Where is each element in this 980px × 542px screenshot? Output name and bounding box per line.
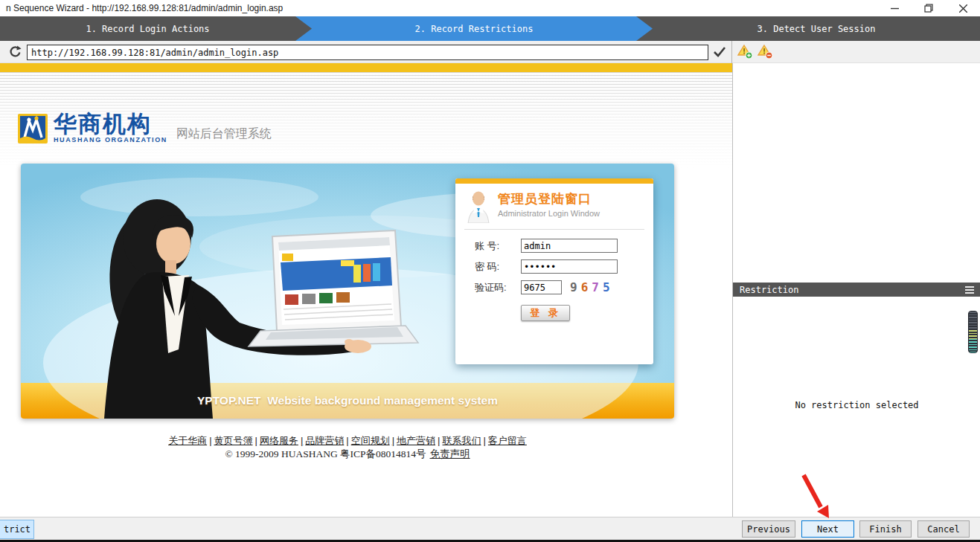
cancel-button[interactable]: Cancel xyxy=(917,520,970,538)
administrator-avatar-icon xyxy=(466,190,491,223)
captcha-digit: 7 xyxy=(592,280,603,294)
close-icon xyxy=(959,4,967,13)
refresh-icon[interactable] xyxy=(8,45,22,59)
logo-en: HUASHANG ORGANZATION xyxy=(54,137,167,143)
step-detect-user-session[interactable]: 3. Detect User Session xyxy=(653,16,980,41)
login-button[interactable]: 登 录 xyxy=(521,305,570,321)
banner-footer-text: YPTOP.NET Website background management … xyxy=(21,383,674,419)
step-label: 1. Record Login Actions xyxy=(86,24,209,34)
step-label: 3. Detect User Session xyxy=(758,24,876,34)
footer-link[interactable]: 客户留言 xyxy=(488,435,527,446)
footer-link[interactable]: 黄页号簿 xyxy=(214,435,253,446)
add-restriction-warning-icon[interactable] xyxy=(737,45,754,59)
finish-button[interactable]: Finish xyxy=(859,520,912,538)
embedded-webpage: 华商机构 HUASHANG ORGANZATION 网站后台管理系统 xyxy=(0,63,732,517)
link-separator: | xyxy=(346,435,348,446)
restriction-header-title: Restriction xyxy=(740,285,798,295)
link-separator: | xyxy=(301,435,303,446)
url-input[interactable] xyxy=(27,45,708,60)
previous-button[interactable]: Previous xyxy=(742,520,795,538)
password-input[interactable] xyxy=(521,259,618,274)
captcha-input[interactable] xyxy=(521,280,562,294)
captcha-digit: 9 xyxy=(570,280,581,294)
link-separator: | xyxy=(392,435,394,446)
scroll-indicator[interactable] xyxy=(968,311,978,353)
remove-restriction-warning-icon[interactable] xyxy=(758,45,774,59)
menu-icon[interactable] xyxy=(965,286,974,294)
window-controls xyxy=(877,0,980,16)
account-input[interactable] xyxy=(521,239,618,253)
link-separator: | xyxy=(255,435,257,446)
footer-link[interactable]: 联系我们 xyxy=(442,435,481,446)
restore-icon xyxy=(924,4,933,13)
footer-link[interactable]: 地产营销 xyxy=(397,435,435,446)
footer-link[interactable]: 空间规划 xyxy=(351,435,390,446)
page-yellow-bar xyxy=(0,63,732,72)
link-separator: | xyxy=(483,435,485,446)
admin-login-panel: 管理员登陆窗口 Administrator Login Window 账 号: … xyxy=(455,178,653,364)
huashang-logo-icon xyxy=(18,114,48,143)
captcha-image: 9675 xyxy=(570,280,614,294)
site-subtitle: 网站后台管理系统 xyxy=(176,126,272,143)
login-panel-accent-bar xyxy=(455,178,653,184)
step-record-restrictions-active[interactable]: 2. Record Restrictions xyxy=(295,16,653,41)
next-button[interactable]: Next xyxy=(801,520,854,538)
captcha-digit: 5 xyxy=(603,280,614,294)
login-banner: YPTOP.NET Website background management … xyxy=(21,164,674,419)
titlebar: n Sequence Wizard - http://192.168.99.12… xyxy=(0,0,980,16)
login-form: 账 号: 密 码: 验证码: 9675 登 录 xyxy=(455,230,653,321)
close-button[interactable] xyxy=(946,0,980,16)
minimize-button[interactable] xyxy=(877,0,912,16)
wizard-window: n Sequence Wizard - http://192.168.99.12… xyxy=(0,0,980,542)
restriction-empty-text: No restriction selected xyxy=(733,400,980,410)
wizard-step-bar: 1. Record Login Actions 2. Record Restri… xyxy=(0,16,980,41)
disclaimer-link[interactable]: 免责声明 xyxy=(430,448,470,459)
password-label: 密 码: xyxy=(475,260,521,274)
scroll-stripes-gray xyxy=(969,312,977,330)
captcha-digit: 6 xyxy=(581,280,592,294)
login-panel-titles: 管理员登陆窗口 Administrator Login Window xyxy=(498,190,600,218)
restriction-panel-header: Restriction xyxy=(733,283,980,297)
window-title: n Sequence Wizard - http://192.168.99.12… xyxy=(6,3,283,13)
minimize-icon xyxy=(891,4,899,13)
restore-button[interactable] xyxy=(912,0,946,16)
confirm-check-icon[interactable] xyxy=(714,46,726,57)
url-toolbar xyxy=(0,41,980,63)
toolbar-separator xyxy=(731,41,732,63)
content-area: 华商机构 HUASHANG ORGANZATION 网站后台管理系统 xyxy=(0,63,980,517)
login-title-cn: 管理员登陆窗口 xyxy=(498,190,600,207)
account-label: 账 号: xyxy=(475,239,521,253)
logo-cn: 华商机构 xyxy=(54,112,167,135)
login-panel-header: 管理员登陆窗口 Administrator Login Window xyxy=(455,184,653,228)
site-logo: 华商机构 HUASHANG ORGANZATION 网站后台管理系统 xyxy=(18,112,272,143)
copyright-text: © 1999-2009 HUASHANG 粤ICP备08014814号 xyxy=(225,448,426,459)
link-separator: | xyxy=(438,435,440,446)
scroll-stripes-teal xyxy=(969,339,977,352)
step-label: 2. Record Restrictions xyxy=(415,24,534,34)
footer-link[interactable]: 网络服务 xyxy=(260,435,298,446)
copyright-line: © 1999-2009 HUASHANG 粤ICP备08014814号免责声明 xyxy=(21,448,674,461)
footer-link[interactable]: 关于华商 xyxy=(168,435,207,446)
restriction-panel: Restriction No restriction selected xyxy=(732,63,980,517)
add-restriction-partial-button[interactable]: trict xyxy=(0,520,34,539)
logo-text: 华商机构 HUASHANG ORGANZATION xyxy=(54,112,167,143)
footer-link[interactable]: 品牌营销 xyxy=(305,435,344,446)
footer-links: 关于华商|黄页号簿|网络服务|品牌营销|空间规划|地产营销|联系我们|客户留言 xyxy=(21,434,674,448)
step-record-login-actions[interactable]: 1. Record Login Actions xyxy=(0,16,295,41)
wizard-bottom-bar: trict Previous Next Finish Cancel xyxy=(0,517,980,542)
link-separator: | xyxy=(209,435,211,446)
captcha-label: 验证码: xyxy=(475,281,521,294)
login-title-en: Administrator Login Window xyxy=(498,209,600,218)
scroll-stripes-green xyxy=(969,330,977,340)
